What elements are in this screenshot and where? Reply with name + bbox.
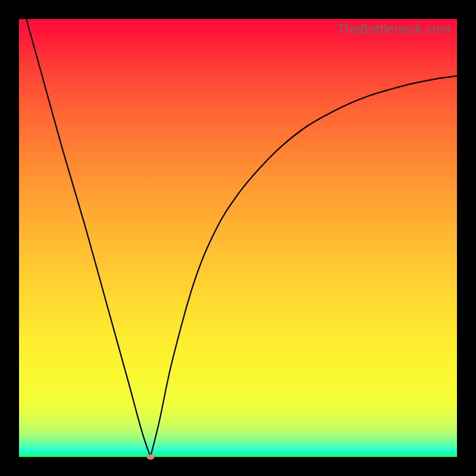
minimum-marker xyxy=(146,455,154,460)
chart-frame: TheBottleneck.com xyxy=(0,0,476,476)
plot-area: TheBottleneck.com xyxy=(19,19,457,457)
bottleneck-curve xyxy=(19,19,457,457)
